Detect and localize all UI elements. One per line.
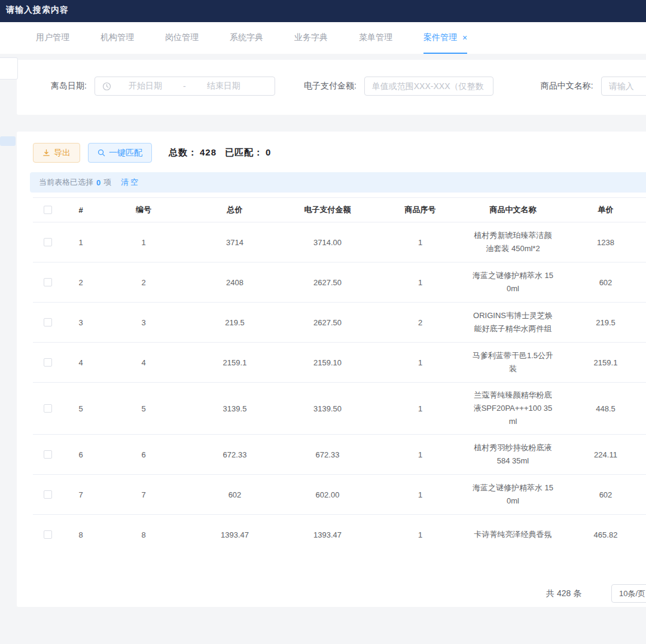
column-header-3: 总价 bbox=[188, 198, 281, 222]
tab-用户管理[interactable]: 用户管理 bbox=[36, 22, 69, 54]
cell-epay: 2627.50 bbox=[281, 303, 374, 342]
tab-业务字典[interactable]: 业务字典 bbox=[294, 22, 328, 54]
tab-close-icon[interactable]: × bbox=[462, 33, 467, 42]
cell-epay: 3139.50 bbox=[281, 383, 374, 434]
column-header-1: # bbox=[63, 198, 99, 222]
export-button-label: 导出 bbox=[54, 148, 71, 158]
row-checkbox-cell bbox=[33, 435, 63, 474]
column-header-2: 编号 bbox=[99, 198, 188, 222]
cell-index: 8 bbox=[63, 515, 99, 541]
table-body: 1137143714.001植村秀新琥珀臻萃洁颜油套装 450ml*212382… bbox=[33, 222, 646, 541]
table-row: 33219.52627.502ORIGINS韦博士灵芝焕能好底子精华水两件组21… bbox=[33, 303, 646, 343]
tab-机构管理[interactable]: 机构管理 bbox=[100, 22, 134, 54]
cell-total: 602 bbox=[188, 475, 281, 514]
cell-code: 2 bbox=[99, 263, 188, 302]
select-all-checkbox[interactable] bbox=[44, 206, 52, 214]
selection-suffix: 项 bbox=[103, 177, 111, 188]
row-checkbox-cell bbox=[33, 475, 63, 514]
cell-index: 5 bbox=[63, 383, 99, 434]
tab-案件管理[interactable]: 案件管理× bbox=[423, 22, 467, 54]
table-body-clip: 1137143714.001植村秀新琥珀臻萃洁颜油套装 450ml*212382… bbox=[33, 222, 646, 541]
export-button[interactable]: 导出 bbox=[33, 143, 80, 163]
product-name-filter-label: 商品中文名称: bbox=[541, 81, 593, 91]
row-checkbox[interactable] bbox=[44, 318, 52, 326]
product-name-text: 植村秀羽纱持妆粉底液 584 35ml bbox=[471, 441, 554, 468]
total-label: 总数： bbox=[169, 147, 197, 157]
tab-岗位管理[interactable]: 岗位管理 bbox=[165, 22, 199, 54]
top-navbar: 请输入搜索内容 bbox=[0, 0, 646, 22]
product-name-text: 海蓝之谜修护精萃水 150ml bbox=[471, 481, 554, 508]
cell-code: 3 bbox=[99, 303, 188, 342]
tab-label: 业务字典 bbox=[294, 32, 328, 43]
cell-unit: 2159.1 bbox=[559, 343, 646, 382]
row-checkbox[interactable] bbox=[44, 530, 52, 539]
row-checkbox[interactable] bbox=[44, 490, 52, 499]
cell-total: 672.33 bbox=[188, 435, 281, 474]
tab-菜单管理[interactable]: 菜单管理 bbox=[359, 22, 392, 54]
page-size-select[interactable]: 10条/页 bbox=[611, 584, 646, 603]
cell-seq: 1 bbox=[374, 343, 467, 382]
cell-seq: 1 bbox=[374, 515, 467, 541]
product-name-text: 马爹利蓝带干邑1.5公升装 bbox=[471, 349, 554, 376]
cell-total: 2408 bbox=[188, 263, 281, 302]
header-search-input[interactable]: 请输入搜索内容 bbox=[6, 5, 69, 16]
cell-seq: 1 bbox=[374, 435, 467, 474]
cell-total: 219.5 bbox=[188, 303, 281, 342]
one-key-match-button[interactable]: 一键匹配 bbox=[88, 143, 152, 163]
table-row: 66672.33672.331植村秀羽纱持妆粉底液 584 35ml224.11 bbox=[33, 435, 646, 475]
row-checkbox[interactable] bbox=[44, 450, 52, 459]
end-date-placeholder: 结束日期 bbox=[190, 81, 258, 91]
cell-index: 3 bbox=[63, 303, 99, 342]
tab-系统字典[interactable]: 系统字典 bbox=[230, 22, 263, 54]
search-icon bbox=[97, 149, 105, 157]
tab-label: 用户管理 bbox=[36, 32, 69, 43]
cell-epay: 2159.10 bbox=[281, 343, 374, 382]
row-checkbox[interactable] bbox=[44, 238, 52, 246]
column-header-7: 单价 bbox=[559, 198, 646, 222]
selection-bar: 当前表格已选择 0 项 清空 bbox=[30, 172, 646, 193]
cell-name: 海蓝之谜修护精萃水 150ml bbox=[467, 263, 559, 302]
row-checkbox[interactable] bbox=[44, 404, 52, 413]
product-name-text: 卡诗菁纯亮泽经典香氛 bbox=[471, 528, 554, 541]
start-date-placeholder: 开始日期 bbox=[111, 81, 179, 91]
cell-name: 兰蔻菁纯臻颜精华粉底液SPF20PA+++100 35ml bbox=[467, 383, 559, 434]
table-row: 881393.471393.471卡诗菁纯亮泽经典香氛465.82 bbox=[33, 515, 646, 541]
cell-name: ORIGINS韦博士灵芝焕能好底子精华水两件组 bbox=[467, 303, 559, 342]
row-checkbox[interactable] bbox=[44, 278, 52, 286]
cell-code: 8 bbox=[99, 515, 188, 541]
match-button-label: 一键匹配 bbox=[109, 148, 142, 158]
cell-unit: 219.5 bbox=[559, 303, 646, 342]
filter-row: 离岛日期: 开始日期 - 结束日期 电子支付金额: 商品中文名称: bbox=[51, 77, 646, 96]
date-filter-label: 离岛日期: bbox=[51, 81, 87, 91]
row-checkbox[interactable] bbox=[44, 358, 52, 367]
date-range-input[interactable]: 开始日期 - 结束日期 bbox=[95, 77, 275, 96]
table-row: 553139.53139.501兰蔻菁纯臻颜精华粉底液SPF20PA+++100… bbox=[33, 383, 646, 435]
table-header: #编号总价电子支付金额商品序号商品中文名称单价 bbox=[33, 197, 646, 222]
cell-code: 5 bbox=[99, 383, 188, 434]
total-value: 428 bbox=[200, 147, 217, 157]
cell-total: 1393.47 bbox=[188, 515, 281, 541]
product-name-text: 植村秀新琥珀臻萃洁颜油套装 450ml*2 bbox=[471, 229, 554, 255]
selection-prefix: 当前表格已选择 bbox=[39, 177, 93, 188]
amount-input[interactable] bbox=[364, 77, 493, 96]
row-checkbox-cell bbox=[33, 383, 63, 434]
cell-total: 2159.1 bbox=[188, 343, 281, 382]
cell-epay: 2627.50 bbox=[281, 263, 374, 302]
cell-epay: 602.00 bbox=[281, 475, 374, 514]
column-header-6: 商品中文名称 bbox=[467, 198, 559, 222]
tab-label: 岗位管理 bbox=[165, 32, 199, 43]
table-row: 442159.12159.101马爹利蓝带干邑1.5公升装2159.1 bbox=[33, 343, 646, 383]
cell-seq: 1 bbox=[374, 263, 467, 302]
cell-code: 7 bbox=[99, 475, 188, 514]
tab-bar: 用户管理机构管理岗位管理系统字典业务字典菜单管理案件管理× bbox=[0, 22, 646, 54]
cell-index: 2 bbox=[63, 263, 99, 302]
column-header-5: 商品序号 bbox=[374, 198, 467, 222]
download-icon bbox=[42, 149, 50, 157]
tab-label: 案件管理 bbox=[423, 32, 457, 43]
product-name-input[interactable] bbox=[601, 77, 646, 96]
date-range-separator: - bbox=[179, 81, 190, 91]
matched-value: 0 bbox=[266, 147, 271, 157]
product-name-text: 兰蔻菁纯臻颜精华粉底液SPF20PA+++100 35ml bbox=[471, 389, 554, 428]
cell-epay: 672.33 bbox=[281, 435, 374, 474]
clear-selection-link[interactable]: 清空 bbox=[121, 177, 140, 188]
